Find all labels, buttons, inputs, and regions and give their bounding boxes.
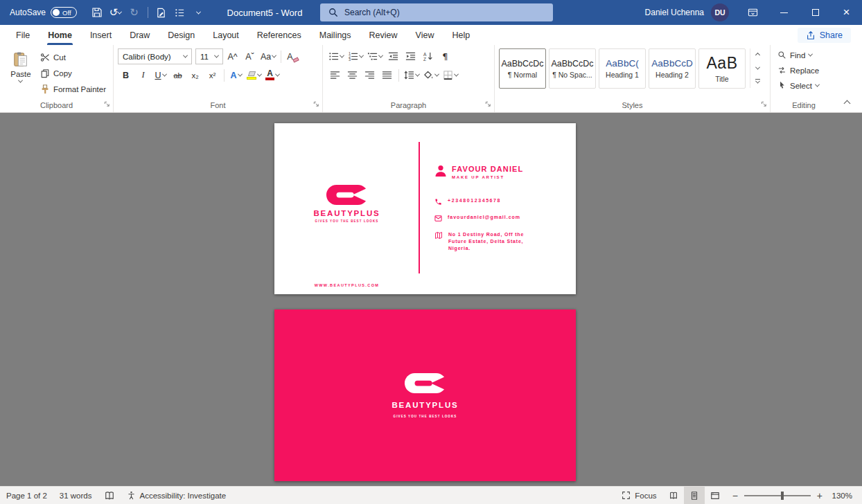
maximize-button[interactable] [800,0,831,25]
align-left-button[interactable] [327,67,343,83]
focus-mode-button[interactable]: Focus [615,487,662,504]
shading-button[interactable] [422,67,440,83]
font-size-select[interactable]: 11 [195,48,223,64]
zoom-level[interactable]: 130% [829,492,852,500]
autosave-switch[interactable]: Off [51,7,77,18]
grow-font-button[interactable]: A^ [225,48,240,64]
save-button[interactable] [88,3,106,22]
style-heading-1[interactable]: AaBbC( Heading 1 [599,48,646,89]
font-color-button[interactable]: A [264,67,281,83]
word-count-indicator[interactable]: 31 words [53,487,98,504]
style-heading-2[interactable]: AaBbCcD Heading 2 [649,48,696,89]
styles-dialog-launcher[interactable] [761,101,767,107]
tab-insert[interactable]: Insert [81,25,121,45]
superscript-button[interactable]: x² [204,67,220,83]
clipboard-dialog-launcher[interactable] [104,101,110,107]
page-number-indicator[interactable]: Page 1 of 2 [0,487,53,504]
decrease-indent-button[interactable] [385,48,401,64]
strikethrough-button[interactable]: ab [170,67,186,83]
copy-icon [40,69,50,78]
align-center-button[interactable] [344,67,360,83]
style-no-spacing[interactable]: AaBbCcDc ¶ No Spac... [549,48,596,89]
tab-file[interactable]: File [7,25,39,45]
styles-scroll-up-button[interactable] [750,48,764,62]
align-right-button[interactable] [362,67,378,83]
copy-button[interactable]: Copy [37,66,109,80]
page-1-business-card-front[interactable]: BEAUTYPLUS GIVES YOU THE BEST LOOKS FAVO… [274,123,576,294]
avatar[interactable]: DU [711,3,729,21]
tab-review[interactable]: Review [360,25,407,45]
highlight-button[interactable] [245,67,263,83]
zoom-slider-handle[interactable] [781,492,784,500]
paste-button[interactable]: Paste [4,48,37,98]
italic-button[interactable]: I [135,67,151,83]
collapse-ribbon-button[interactable] [840,98,854,109]
proofing-status-button[interactable] [98,487,121,504]
tab-view[interactable]: View [407,25,443,45]
multilevel-list-button[interactable] [366,48,384,64]
web-layout-button[interactable] [705,487,725,504]
find-button[interactable]: Find [775,48,833,62]
print-layout-button[interactable] [684,487,705,504]
styles-gallery-expand-button[interactable] [750,75,764,88]
zoom-out-button[interactable]: − [732,491,738,501]
show-formatting-marks-button[interactable]: ¶ [437,48,453,64]
undo-button[interactable]: ↺ [107,3,125,22]
ribbon-display-options-button[interactable] [737,0,768,25]
accessibility-checker-button[interactable]: Accessibility: Investigate [121,487,233,504]
bold-button[interactable]: B [118,67,134,83]
font-name-select[interactable]: Calibri (Body) [118,48,192,64]
bullets-button[interactable] [327,48,345,64]
underline-button[interactable]: U [152,67,168,83]
page-2-business-card-back[interactable]: BEAUTYPLUS GIVES YOU THE BEST LOOKS [274,309,576,481]
subscript-button[interactable]: x₂ [187,67,203,83]
styles-scroll-down-button[interactable] [750,62,764,75]
tab-home[interactable]: Home [39,25,81,45]
font-dialog-launcher[interactable] [313,101,319,107]
editor-button[interactable] [152,3,170,22]
search-input[interactable] [344,8,545,17]
tab-help[interactable]: Help [443,25,479,45]
document-canvas[interactable]: BEAUTYPLUS GIVES YOU THE BEST LOOKS FAVO… [0,113,862,486]
cut-button[interactable]: Cut [37,50,109,64]
close-button[interactable]: × [831,0,862,25]
increase-indent-icon [405,51,416,62]
status-bar: Page 1 of 2 31 words Accessibility: Inve… [0,486,862,504]
style-normal[interactable]: AaBbCcDc ¶ Normal [499,48,546,89]
replace-button[interactable]: Replace [775,63,833,78]
autosave-toggle[interactable]: AutoSave Off [0,7,82,18]
search-box[interactable] [320,3,553,21]
checklist-button[interactable] [171,3,189,22]
increase-indent-button[interactable] [403,48,419,64]
numbering-button[interactable]: 123 [346,48,364,64]
align-center-icon [347,70,358,80]
tab-references[interactable]: References [248,25,310,45]
tab-layout[interactable]: Layout [204,25,248,45]
clear-formatting-button[interactable]: A [285,48,301,64]
website-url: WWW.BEAUTYPLUS.COM [274,283,419,287]
minimize-button[interactable] [768,0,800,25]
tab-draw[interactable]: Draw [121,25,159,45]
justify-button[interactable] [379,67,395,83]
zoom-in-button[interactable]: + [817,491,823,501]
paragraph-dialog-launcher[interactable] [485,101,491,107]
style-title[interactable]: AaB Title [698,48,746,89]
borders-button[interactable] [441,67,459,83]
qat-more-button[interactable] [190,3,208,22]
redo-button[interactable]: ↻ [125,3,143,22]
shrink-font-button[interactable]: Aˇ [242,48,258,64]
chevron-down-icon [196,9,201,14]
zoom-slider[interactable] [744,495,811,496]
format-painter-button[interactable]: Format Painter [37,82,109,96]
clipboard-group: Paste Cut Copy Format Painter Clipboa [0,45,114,112]
select-button[interactable]: Select [775,78,833,93]
tab-design[interactable]: Design [159,25,204,45]
line-spacing-button[interactable] [403,67,421,83]
text-effects-button[interactable]: A [228,67,244,83]
sort-button[interactable]: AZ [420,48,436,64]
read-mode-button[interactable] [663,487,684,504]
share-button[interactable]: Share [798,28,851,43]
tab-mailings[interactable]: Mailings [310,25,360,45]
user-name[interactable]: Daniel Uchenna [645,8,704,17]
change-case-button[interactable]: Aa [259,48,277,64]
